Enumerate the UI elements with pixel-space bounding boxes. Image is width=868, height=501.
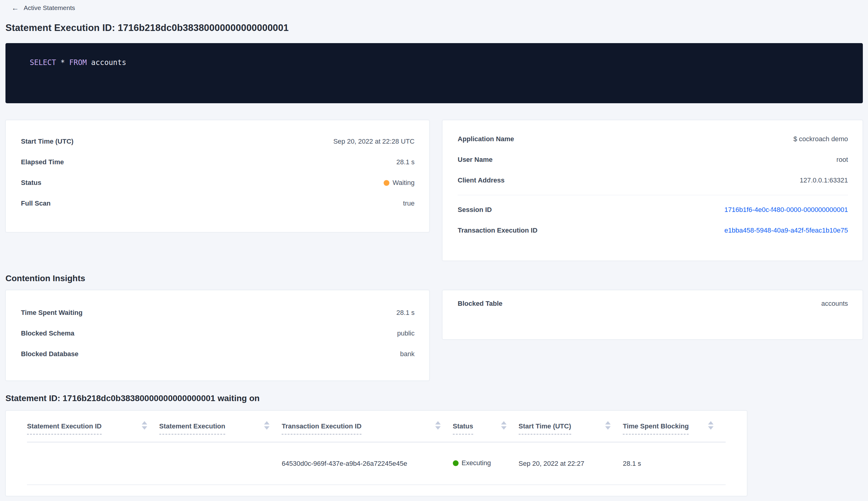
sort-icon (142, 421, 147, 430)
elapsed-time-value: 28.1 s (397, 158, 415, 166)
contention-cards: Time Spent Waiting 28.1 s Blocked Schema… (6, 290, 863, 381)
time-spent-waiting-value: 28.1 s (397, 309, 415, 317)
column-header-start-time[interactable]: Start Time (UTC) (519, 422, 623, 430)
blocked-table-label: Blocked Table (458, 300, 502, 308)
sql-plain: accounts (87, 58, 126, 67)
sort-icon (708, 421, 714, 430)
execution-details-card: Start Time (UTC) Sep 20, 2022 at 22:28 U… (6, 120, 430, 232)
sort-icon (501, 421, 507, 430)
waiting-on-table-header: Statement Execution ID Statement Executi… (27, 411, 726, 443)
sql-keyword: FROM (69, 58, 87, 67)
waiting-on-table-card: Statement Execution ID Statement Executi… (6, 411, 747, 496)
user-name-value: root (836, 156, 848, 164)
status-value: Waiting (392, 179, 415, 187)
client-address-label: Client Address (458, 177, 504, 184)
row-status-value: Executing (462, 459, 491, 467)
sql-statement-box: SELECT * FROM accounts (6, 43, 863, 103)
cell-status: Executing (453, 459, 519, 468)
blocked-database-label: Blocked Database (21, 350, 79, 358)
full-scan-value: true (403, 200, 415, 207)
cell-transaction-execution-id: 64530d0c-969f-437e-a9b4-26a72245e45e (282, 460, 453, 468)
session-details-card: Application Name $ cockroach demo User N… (442, 120, 863, 261)
contention-waiting-card: Time Spent Waiting 28.1 s Blocked Schema… (6, 290, 430, 381)
status-label: Status (21, 179, 41, 187)
sort-icon (264, 421, 270, 430)
elapsed-time-label: Elapsed Time (21, 158, 64, 166)
column-label: Statement Execution ID (27, 422, 102, 435)
kv-row-user-name: User Name root (458, 149, 848, 170)
full-scan-label: Full Scan (21, 200, 51, 207)
start-time-label: Start Time (UTC) (21, 138, 74, 146)
time-spent-waiting-label: Time Spent Waiting (21, 309, 83, 317)
transaction-execution-id-link[interactable]: e1bba458-5948-40a9-a42f-5feac1b10e75 (725, 226, 848, 234)
executing-status-dot-icon (453, 460, 458, 466)
blocked-schema-label: Blocked Schema (21, 329, 74, 337)
session-id-label: Session ID (458, 206, 492, 214)
back-to-active-statements-link[interactable]: ← Active Statements (6, 4, 75, 12)
blocked-database-value: bank (400, 350, 415, 358)
overview-cards: Start Time (UTC) Sep 20, 2022 at 22:28 U… (6, 120, 863, 261)
table-row: 64530d0c-969f-437e-a9b4-26a72245e45e Exe… (27, 443, 726, 485)
waiting-status-dot-icon (384, 180, 389, 186)
statement-execution-page: ← Active Statements Statement Execution … (0, 0, 868, 501)
sort-icon (605, 421, 611, 430)
column-label: Transaction Execution ID (282, 422, 361, 435)
cell-start-time: Sep 20, 2022 at 22:27 (519, 460, 623, 468)
application-name-label: Application Name (458, 135, 514, 143)
kv-row-start-time: Start Time (UTC) Sep 20, 2022 at 22:28 U… (21, 131, 415, 152)
kv-row-status: Status Waiting (21, 172, 415, 193)
kv-row-session-id: Session ID 1716b1f6-4e0c-f480-0000-00000… (458, 200, 848, 220)
kv-row-full-scan: Full Scan true (21, 193, 415, 214)
session-id-link[interactable]: 1716b1f6-4e0c-f480-0000-000000000001 (725, 206, 848, 214)
kv-row-time-spent-waiting: Time Spent Waiting 28.1 s (21, 302, 415, 323)
status-badge: Waiting (384, 179, 415, 187)
client-address-value: 127.0.0.1:63321 (800, 177, 848, 184)
column-label: Time Spent Blocking (623, 422, 688, 435)
waiting-on-heading: Statement ID: 1716b218dc0b38380000000000… (6, 393, 863, 404)
application-name-value: $ cockroach demo (793, 135, 848, 143)
blocked-table-value: accounts (821, 300, 848, 308)
column-label: Statement Execution (159, 422, 226, 435)
sql-plain: * (56, 58, 69, 67)
kv-row-blocked-table: Blocked Table accounts (458, 293, 848, 314)
column-header-transaction-execution-id[interactable]: Transaction Execution ID (282, 422, 453, 430)
sql-statement-text: SELECT * FROM accounts (30, 58, 838, 67)
kv-row-blocked-schema: Blocked Schema public (21, 323, 415, 344)
kv-row-client-address: Client Address 127.0.0.1:63321 (458, 170, 848, 191)
blocked-table-card: Blocked Table accounts (442, 290, 863, 340)
column-header-status[interactable]: Status (453, 422, 519, 430)
blocked-schema-value: public (397, 329, 415, 337)
user-name-label: User Name (458, 156, 492, 164)
back-arrow-icon: ← (12, 4, 19, 12)
page-title: Statement Execution ID: 1716b218dc0b3838… (6, 22, 863, 33)
column-header-time-spent-blocking[interactable]: Time Spent Blocking (623, 422, 726, 430)
transaction-execution-id-label: Transaction Execution ID (458, 226, 538, 234)
back-link-label: Active Statements (24, 4, 75, 12)
kv-row-blocked-database: Blocked Database bank (21, 344, 415, 364)
sql-keyword: SELECT (30, 58, 56, 67)
start-time-value: Sep 20, 2022 at 22:28 UTC (333, 138, 415, 146)
kv-row-application-name: Application Name $ cockroach demo (458, 129, 848, 149)
contention-insights-heading: Contention Insights (6, 273, 863, 284)
kv-row-elapsed-time: Elapsed Time 28.1 s (21, 152, 415, 172)
column-header-statement-execution[interactable]: Statement Execution (159, 422, 282, 430)
cell-time-spent-blocking: 28.1 s (623, 460, 726, 468)
column-header-statement-execution-id[interactable]: Statement Execution ID (27, 422, 159, 430)
column-label: Start Time (UTC) (519, 422, 571, 435)
kv-row-transaction-execution-id: Transaction Execution ID e1bba458-5948-4… (458, 220, 848, 241)
column-label: Status (453, 422, 473, 435)
sort-icon (435, 421, 441, 430)
